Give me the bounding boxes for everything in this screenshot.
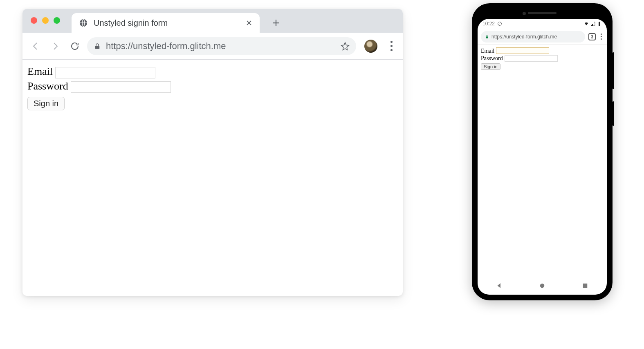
- forward-button[interactable]: [48, 39, 63, 54]
- mobile-menu-button[interactable]: [599, 32, 604, 41]
- android-nav-bar: [478, 276, 607, 295]
- mobile-email-label: Email: [481, 48, 494, 54]
- mobile-page-content: Email Password Sign in: [478, 45, 607, 276]
- mobile-password-label: Password: [481, 55, 503, 62]
- lock-icon: [485, 35, 489, 39]
- android-back-icon[interactable]: [496, 282, 503, 289]
- tab-switcher-button[interactable]: 3: [588, 33, 596, 40]
- status-right: [584, 21, 602, 26]
- plus-icon: [272, 19, 280, 27]
- mobile-url-text: https://unstyled-form.glitch.me: [491, 34, 557, 40]
- mobile-signin-button[interactable]: Sign in: [481, 63, 500, 70]
- phone-hardware-top: [478, 9, 607, 17]
- svg-rect-1: [95, 46, 100, 49]
- kebab-dot-icon: [390, 49, 393, 51]
- tab-title: Unstyled signin form: [94, 18, 246, 28]
- email-row: Email: [27, 65, 398, 78]
- phone-speaker-icon: [528, 12, 556, 14]
- browser-tab[interactable]: Unstyled signin form: [72, 13, 260, 33]
- wifi-icon: [584, 21, 589, 26]
- mobile-email-input[interactable]: [496, 47, 549, 54]
- desktop-browser-window: Unstyled signin form https:: [22, 9, 403, 296]
- back-arrow-icon: [31, 41, 40, 51]
- status-left: 10:22: [482, 21, 502, 27]
- phone-camera-icon: [523, 12, 526, 15]
- email-label: Email: [27, 65, 53, 78]
- signal-icon: [590, 21, 595, 26]
- reload-icon: [70, 41, 80, 51]
- phone-screen: 10:22 https://unstyled-form.glitch.me: [478, 19, 607, 295]
- do-not-disturb-icon: [497, 21, 502, 26]
- globe-icon: [79, 18, 88, 27]
- mobile-password-row: Password: [481, 55, 604, 62]
- svg-rect-7: [583, 283, 588, 288]
- minimize-window-button[interactable]: [42, 17, 49, 24]
- svg-rect-4: [599, 22, 600, 22]
- mobile-password-input[interactable]: [505, 55, 558, 62]
- kebab-dot-icon: [601, 34, 602, 35]
- mobile-toolbar: https://unstyled-form.glitch.me 3: [478, 29, 607, 45]
- url-text: https://unstyled-form.glitch.me: [106, 41, 336, 51]
- browser-menu-button[interactable]: [386, 40, 397, 52]
- kebab-dot-icon: [601, 36, 602, 37]
- mobile-address-bar[interactable]: https://unstyled-form.glitch.me: [481, 31, 585, 43]
- forward-arrow-icon: [50, 41, 60, 51]
- status-time: 10:22: [482, 21, 495, 27]
- password-input[interactable]: [71, 81, 171, 93]
- window-controls: [31, 17, 60, 24]
- bookmark-star-icon[interactable]: [341, 42, 350, 51]
- battery-icon: [597, 21, 602, 26]
- profile-avatar[interactable]: [364, 40, 377, 53]
- kebab-dot-icon: [390, 41, 393, 43]
- maximize-window-button[interactable]: [54, 17, 60, 24]
- browser-toolbar: https://unstyled-form.glitch.me: [22, 33, 403, 60]
- svg-rect-3: [599, 22, 600, 26]
- password-row: Password: [27, 80, 398, 93]
- android-status-bar: 10:22: [478, 19, 607, 29]
- email-input[interactable]: [55, 67, 155, 78]
- close-window-button[interactable]: [31, 17, 37, 24]
- back-button[interactable]: [28, 39, 43, 54]
- android-recents-icon[interactable]: [581, 282, 589, 289]
- mobile-email-row: Email: [481, 47, 604, 54]
- lock-icon: [94, 43, 101, 50]
- close-tab-icon[interactable]: [246, 20, 252, 26]
- new-tab-button[interactable]: [268, 15, 284, 31]
- reload-button[interactable]: [67, 39, 82, 54]
- kebab-dot-icon: [601, 38, 602, 40]
- phone-device-frame: 10:22 https://unstyled-form.glitch.me: [472, 3, 613, 300]
- address-bar[interactable]: https://unstyled-form.glitch.me: [87, 37, 356, 55]
- password-label: Password: [27, 80, 68, 92]
- svg-point-6: [540, 283, 545, 288]
- svg-rect-5: [486, 36, 488, 38]
- signin-button[interactable]: Sign in: [27, 97, 65, 110]
- kebab-dot-icon: [390, 45, 393, 47]
- browser-tab-bar: Unstyled signin form: [22, 9, 403, 33]
- page-content: Email Password Sign in: [22, 60, 403, 116]
- android-home-icon[interactable]: [539, 282, 546, 289]
